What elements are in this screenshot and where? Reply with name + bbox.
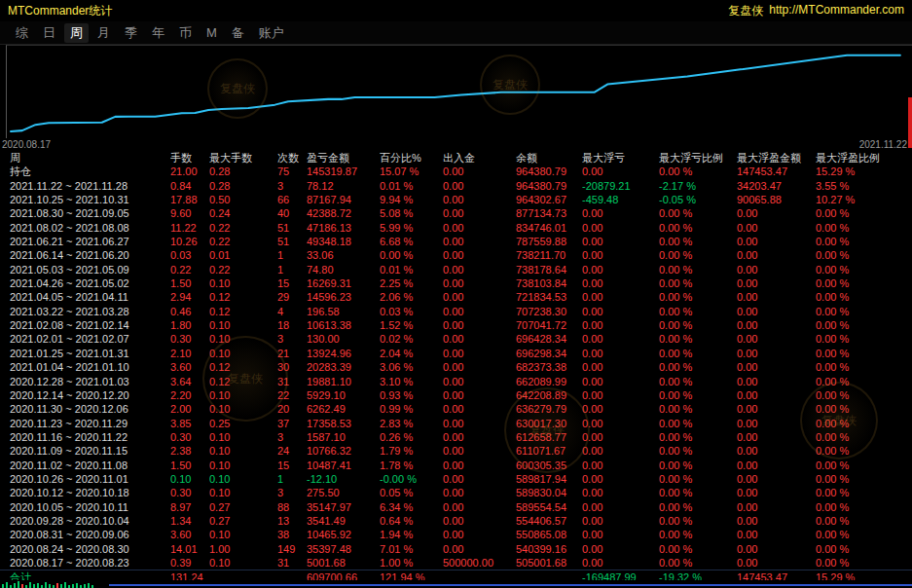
site-url-link[interactable]: http://MTCommander.com — [769, 3, 904, 19]
value-cell: 0.00 % — [659, 206, 737, 220]
value-cell: 0.28 — [209, 165, 277, 178]
mini-bar — [37, 583, 39, 588]
table-row[interactable]: 持仓21.000.2875145319.8715.07 %0.00964380.… — [0, 165, 912, 178]
value-cell: 13924.96 — [307, 347, 380, 360]
value-cell: 0.00 — [737, 221, 816, 235]
table-row[interactable]: 2020.12.14 ~ 2020.12.202.200.10225929.10… — [0, 388, 912, 402]
value-cell: 78.12 — [307, 179, 380, 193]
value-cell: 0.00 % — [816, 417, 912, 430]
value-cell: 49348.18 — [307, 235, 380, 248]
menu-item-币[interactable]: 币 — [173, 23, 198, 43]
value-cell: 0.00 — [443, 444, 516, 458]
table-row[interactable]: 2020.11.30 ~ 2020.12.062.000.10206262.49… — [0, 402, 912, 416]
table-row[interactable]: 2020.11.16 ~ 2020.11.220.300.1031587.100… — [0, 430, 912, 444]
value-cell: 0.00 % — [816, 263, 912, 276]
value-cell: 0.00 — [737, 430, 816, 444]
value-cell: 550865.08 — [516, 528, 582, 541]
value-cell: 0.22 — [209, 221, 277, 235]
value-cell: 31 — [277, 375, 307, 388]
value-cell: 2.00 — [170, 402, 209, 416]
table-row[interactable]: 2021.04.26 ~ 2021.05.021.500.101516269.3… — [0, 276, 912, 290]
value-cell: 0.27 — [209, 514, 277, 528]
value-cell: 0.00 % — [816, 388, 912, 402]
menu-item-月[interactable]: 月 — [91, 23, 116, 43]
mini-bar — [60, 584, 62, 588]
value-cell: 5929.10 — [307, 388, 380, 402]
table-row[interactable]: 2021.11.22 ~ 2021.11.280.840.28378.120.0… — [0, 179, 912, 193]
table-row[interactable]: 2021.02.08 ~ 2021.02.141.800.101810613.3… — [0, 318, 912, 332]
value-cell: 0.00 % — [816, 276, 912, 290]
table-row[interactable]: 2020.08.31 ~ 2020.09.063.600.103810465.9… — [0, 528, 912, 541]
value-cell: 589817.94 — [516, 472, 582, 486]
menu-item-年[interactable]: 年 — [146, 23, 170, 43]
table-row[interactable]: 2021.01.25 ~ 2021.01.312.100.102113924.9… — [0, 347, 912, 360]
table-row[interactable]: 2020.11.02 ~ 2020.11.081.500.101510487.4… — [0, 459, 912, 472]
mini-bar — [14, 583, 16, 588]
value-cell: 0.00 — [443, 430, 516, 444]
table-row[interactable]: 2020.10.12 ~ 2020.10.180.300.103275.500.… — [0, 486, 912, 499]
value-cell: 0.00 — [443, 500, 516, 514]
value-cell: 0.00 — [443, 417, 516, 430]
equity-curve — [7, 46, 912, 138]
menu-item-综[interactable]: 综 — [10, 23, 34, 43]
table-row[interactable]: 2020.08.17 ~ 2020.08.230.390.10315001.68… — [0, 556, 912, 570]
value-cell: 0.30 — [170, 486, 209, 499]
value-cell: 16269.31 — [307, 276, 380, 290]
table-row[interactable]: 2020.09.28 ~ 2020.10.041.340.27133541.49… — [0, 514, 912, 528]
table-row[interactable]: 2020.12.28 ~ 2021.01.033.640.123119881.1… — [0, 375, 912, 388]
value-cell: 0.00 — [582, 500, 659, 514]
table-row[interactable]: 2020.10.26 ~ 2020.11.010.100.101-12.10-0… — [0, 472, 912, 486]
column-header: 手数 — [170, 151, 209, 165]
menu-item-备[interactable]: 备 — [226, 23, 250, 43]
value-cell: 630017.30 — [516, 417, 582, 430]
value-cell: 612658.77 — [516, 430, 582, 444]
value-cell: 0.00 % — [816, 206, 912, 220]
menu-item-M[interactable]: M — [201, 24, 223, 41]
value-cell: 0.00 % — [659, 165, 737, 178]
value-cell: 0.00 — [737, 528, 816, 541]
value-cell: 3 — [277, 486, 307, 499]
table-row[interactable]: 2021.01.04 ~ 2021.01.103.600.123020283.3… — [0, 360, 912, 374]
table-row[interactable]: 2021.08.30 ~ 2021.09.059.600.244042388.7… — [0, 206, 912, 220]
value-cell: 0.46 — [170, 305, 209, 318]
table-row[interactable]: 2021.04.05 ~ 2021.04.112.940.122914596.2… — [0, 290, 912, 304]
mini-bar — [88, 583, 90, 588]
value-cell: 0.00 % — [659, 444, 737, 458]
table-row[interactable]: 2020.08.24 ~ 2020.08.3014.011.0014935397… — [0, 542, 912, 556]
period-cell: 2021.01.25 ~ 2021.01.31 — [10, 347, 170, 360]
mini-bar — [45, 582, 47, 588]
menu-item-日[interactable]: 日 — [37, 23, 61, 43]
value-cell: 3.10 % — [380, 375, 443, 388]
value-cell: 0.27 — [209, 500, 277, 514]
table-row[interactable]: 2020.10.05 ~ 2020.10.118.970.278835147.9… — [0, 500, 912, 514]
value-cell: 9.94 % — [380, 193, 443, 206]
value-cell: 0.00 — [737, 444, 816, 458]
table-row[interactable]: 2021.05.03 ~ 2021.05.090.220.22174.800.0… — [0, 263, 912, 276]
value-cell: 0.10 — [209, 402, 277, 416]
table-row[interactable]: 2020.11.09 ~ 2020.11.152.380.102410766.3… — [0, 444, 912, 458]
table-row[interactable]: 2021.06.21 ~ 2021.06.2710.260.225149348.… — [0, 235, 912, 248]
menu-item-账户[interactable]: 账户 — [253, 23, 290, 43]
value-cell: 0.10 — [209, 528, 277, 541]
value-cell: 15.07 % — [380, 165, 443, 178]
value-cell: 0.00 % — [816, 486, 912, 499]
table-row[interactable]: 2021.10.25 ~ 2021.10.3117.880.506687167.… — [0, 193, 912, 206]
column-header: 百分比% — [380, 151, 443, 165]
value-cell: 2.25 % — [380, 276, 443, 290]
menu-item-周[interactable]: 周 — [64, 23, 89, 43]
mini-bar — [76, 583, 78, 588]
value-cell: 0.00 % — [816, 472, 912, 486]
table-row[interactable]: 2020.11.23 ~ 2020.11.293.850.253717358.5… — [0, 417, 912, 430]
table-row[interactable]: 2021.08.02 ~ 2021.08.0811.220.225147186.… — [0, 221, 912, 235]
value-cell: 0.00 % — [659, 276, 737, 290]
menu-item-季[interactable]: 季 — [119, 23, 143, 43]
value-cell: 0.00 % — [659, 235, 737, 248]
table-row[interactable]: 2021.06.14 ~ 2021.06.200.030.01133.060.0… — [0, 248, 912, 262]
value-cell: 636279.79 — [516, 402, 582, 416]
value-cell: 738178.64 — [516, 263, 582, 276]
table-row[interactable]: 2021.02.01 ~ 2021.02.070.300.103130.000.… — [0, 332, 912, 346]
value-cell: 0.00 — [737, 459, 816, 472]
table-row[interactable]: 2021.03.22 ~ 2021.03.280.460.124196.580.… — [0, 305, 912, 318]
value-cell: 3.64 — [170, 375, 209, 388]
value-cell: 0.00 — [582, 542, 659, 556]
